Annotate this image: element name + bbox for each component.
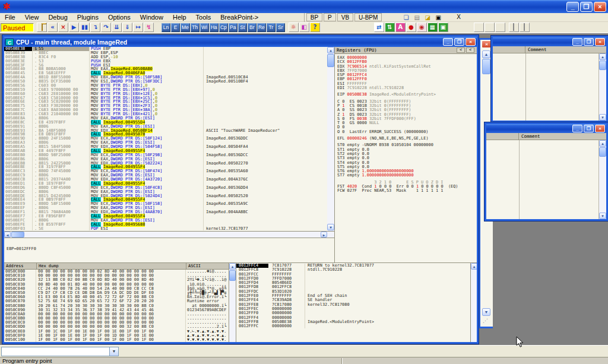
maximize-button[interactable]: ❐ — [580, 2, 593, 12]
menu-button-vb[interactable]: VB — [337, 13, 353, 21]
disasm-row[interactable]: 0050BED6.8B0D C8F45000MOV ECX,DWORD PTR … — [4, 186, 327, 190]
command-combobox[interactable]: ▼ — [1, 347, 119, 356]
toolbar-letter-button-ha[interactable]: Ha — [210, 23, 218, 32]
help-icon[interactable]: ? — [310, 23, 320, 32]
window-b-close-button[interactable]: × — [595, 125, 605, 132]
dump-scroll-thumb[interactable] — [229, 270, 236, 281]
registers-next-icon[interactable]: < — [466, 48, 474, 53]
console-icon[interactable]: ▣ — [433, 14, 443, 21]
animate-into-icon[interactable]: ⇊ — [112, 23, 122, 32]
window-b-restore-button[interactable]: ❐ — [584, 125, 594, 132]
stack-scroll-up-icon[interactable]: ▲ — [471, 263, 477, 270]
disasm-scroll-up-icon[interactable]: ▲ — [327, 47, 334, 53]
disasm-horizontal-scrollbar[interactable]: ◀ ▶ — [4, 231, 334, 238]
toolbar-letter-button-th[interactable]: Th — [191, 23, 200, 32]
blank-button-3[interactable] — [495, 23, 505, 32]
menu-item[interactable]: Window — [135, 14, 168, 21]
disasm-row[interactable]: 0050BE9D.8B0D 24F15000MOV ECX,DWORD PTR … — [4, 137, 327, 141]
disasm-row[interactable]: 0050BE3B.83C4 F0ADD ESP,-10 — [4, 55, 327, 59]
disasm-vertical-scrollbar[interactable]: ▲ ▼ — [327, 47, 334, 231]
blank-button-2[interactable] — [484, 23, 495, 32]
disasm-row[interactable]: 0050BE3E.53PUSH EBX — [4, 59, 327, 64]
registers-pane[interactable]: Registers (FPU) < < EAX 00000000ECX 0012… — [334, 47, 477, 262]
register-line[interactable]: O 0 LastErr ERROR_SUCCESS (00000000) — [337, 130, 477, 134]
sliver-scroll-thumb[interactable] — [482, 59, 490, 74]
disasm-row[interactable]: 0050BF03.5EPOP ESIkernel32.7C817077 — [4, 227, 327, 231]
menu-item[interactable]: Options — [103, 14, 135, 21]
toolbar-letter-button-pa[interactable]: Pa — [229, 23, 238, 32]
restart-icon[interactable]: « — [48, 23, 58, 32]
spiral-icon[interactable]: ◉ — [417, 23, 427, 32]
menu-item[interactable]: File — [0, 14, 20, 21]
menu-button-p[interactable]: P — [324, 13, 336, 21]
cpu-minimize-button[interactable]: _ — [443, 38, 453, 46]
disasm-row[interactable]: 0050BEC3.8B0D 74F45000MOV ECX,DWORD PTR … — [4, 169, 327, 173]
disasm-row[interactable]: 0050BE83.C683 21040000 00MOV BYTE PTR DS… — [4, 112, 327, 116]
disasm-scroll-left-icon[interactable]: ◀ — [4, 232, 11, 238]
stack-pane[interactable]: 0012FFC47C817077RETURN to kernel32.7C817… — [236, 263, 477, 342]
new-window-icon[interactable]: ❏ — [401, 14, 411, 21]
register-line[interactable]: EDI 7C910228 ntdll.7C910228 — [337, 86, 477, 90]
execute-till-return-icon[interactable]: ↦ — [133, 23, 143, 32]
animate-over-icon[interactable]: ⇓ — [122, 23, 132, 32]
window-b-scroll-up-icon[interactable]: ▲ — [599, 140, 606, 147]
dump-row[interactable]: 0050C1001F 00 1F 00 1F 00 1F 00 1F 00 1F… — [4, 338, 236, 342]
menu-close-button[interactable]: X — [453, 13, 464, 21]
ascii-table-icon[interactable]: A — [395, 23, 406, 32]
menu-item[interactable]: Tools — [191, 14, 216, 21]
dump-scroll-up-icon[interactable]: ▲ — [229, 263, 236, 270]
open-folder-small-icon[interactable]: ◪ — [423, 14, 432, 21]
dump-vertical-scrollbar[interactable]: ▲ — [229, 263, 236, 342]
close-program-icon[interactable]: × — [58, 23, 68, 32]
disasm-row[interactable]: 0050BEFE.E8 8597F8FFCALL ImageRed.004956… — [4, 223, 327, 227]
disasm-row[interactable]: 0050BEF7.E8 F896F8FFCALL ImageRed.004955… — [4, 214, 327, 219]
window-a-scrollbar[interactable]: ▲ ▼ — [598, 53, 606, 121]
window-b-scroll-down-icon[interactable]: ▼ — [599, 213, 606, 219]
cpu-close-button[interactable]: × — [466, 38, 476, 46]
disasm-scroll-thumb[interactable] — [327, 54, 334, 67]
open-file-icon[interactable] — [37, 23, 47, 32]
toolbar-letter-button-sr[interactable]: Sr — [276, 23, 285, 32]
run-icon[interactable]: ▶ — [69, 23, 79, 32]
window-a-minimize-button[interactable]: _ — [572, 38, 582, 46]
disasm-row[interactable]: 0050BE8C.E8 4397F8FFCALL ImageRed.004955… — [4, 121, 327, 125]
combo-dropdown-icon[interactable]: ▼ — [109, 347, 118, 356]
breakpoint-dot-icon[interactable]: ● — [406, 23, 416, 32]
window-b-body[interactable]: ▲ ▼ — [486, 140, 606, 219]
resource-icon[interactable]: ⇅ — [385, 23, 395, 32]
stack-row[interactable]: 0012FFFC00000000 — [236, 324, 477, 328]
register-line[interactable]: EFL 00000246 (NO,NB,E,BE,NS,PE,GE,LE) — [337, 137, 477, 141]
options-gear-icon[interactable]: ☼ — [289, 23, 299, 32]
blank-button-1[interactable] — [474, 23, 484, 32]
appearance-icon[interactable]: ◧ — [299, 23, 309, 32]
disasm-row[interactable]: 0050BEB0.8B0D 98F25000MOV ECX,DWORD PTR … — [4, 153, 327, 157]
toolbar-letter-button-re[interactable]: Re — [257, 23, 266, 32]
go-to-address-icon[interactable]: ↯ — [144, 23, 154, 32]
stack-vertical-scrollbar[interactable]: ▲ — [470, 263, 477, 342]
sliver-scroll-down-icon[interactable]: ▼ — [482, 308, 490, 316]
window-a-close-button[interactable]: × — [595, 38, 605, 46]
toolbar-letter-button-st[interactable]: St — [238, 23, 247, 32]
disasm-hscroll-thumb[interactable] — [11, 232, 24, 238]
cpu-restore-button[interactable]: ❐ — [454, 38, 464, 46]
window-a-scroll-down-icon[interactable]: ▼ — [599, 114, 606, 121]
menu-item[interactable]: View — [20, 14, 44, 21]
log-page-icon[interactable]: ▤ — [412, 14, 422, 21]
sliver-scroll-up-icon[interactable]: ▲ — [482, 50, 490, 58]
minimize-button[interactable]: _ — [566, 2, 579, 12]
step-over-icon[interactable]: ↷ — [101, 23, 111, 32]
dump-pane[interactable]: Address Hex dump ASCII 0050C00000 00 00 … — [4, 263, 236, 342]
resize-grip[interactable]: ⋰ — [483, 318, 488, 324]
toolbar-letter-button-cp[interactable]: Cp — [219, 23, 228, 32]
register-line[interactable]: ST7 empty 1.0000000000000000000 — [337, 173, 477, 178]
toolbar-letter-button-ln[interactable]: Ln — [162, 23, 170, 32]
toolbar-letter-button-wi[interactable]: Wi — [200, 23, 209, 32]
cpu-title-bar[interactable]: C CPU - main thread, module ImageRed _ ❐… — [4, 37, 477, 47]
window-b-scrollbar[interactable]: ▲ ▼ — [598, 140, 606, 219]
close-button[interactable]: × — [594, 2, 606, 12]
menu-item[interactable]: Plugins — [72, 14, 103, 21]
window-grid-icon[interactable]: ▣ — [438, 23, 448, 32]
info-pane[interactable]: EBP=0012FFF0 — [4, 238, 334, 262]
window-a-body[interactable]: ▲ ▼ — [493, 53, 606, 121]
disasm-scroll-down-icon[interactable]: ▼ — [327, 224, 334, 230]
